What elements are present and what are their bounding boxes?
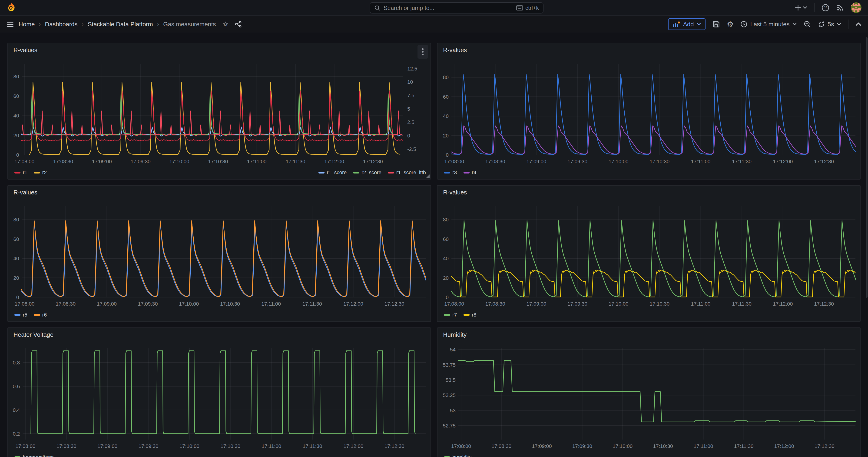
save-icon — [712, 21, 720, 28]
panel-title[interactable]: R-values — [443, 47, 467, 54]
legend-item-r2[interactable]: r2 — [34, 170, 47, 176]
panel-r-values-1: R-values02040608017:08:0017:08:3017:09:0… — [437, 43, 861, 180]
legend-item-r1_score[interactable]: r1_score — [318, 170, 347, 176]
y-axis-tick-label: 53.75 — [443, 362, 456, 368]
zoom-out-button[interactable] — [804, 21, 811, 28]
y-axis-tick-label: 52.75 — [443, 423, 456, 429]
nav-divider — [814, 3, 814, 12]
legend-item-r8[interactable]: r8 — [464, 312, 476, 318]
kebab-icon — [422, 48, 424, 56]
add-label: Add — [683, 21, 694, 28]
panel-title[interactable]: R-values — [13, 47, 37, 54]
chart-area[interactable]: 02040608017:08:0017:08:3017:09:0017:09:3… — [440, 200, 857, 309]
toolbar-right-actions: Add ⚙ Last 5 minutes — [668, 19, 862, 30]
collapse-toolbar-button[interactable] — [856, 22, 862, 26]
y-axis-tick-label: 20 — [443, 133, 448, 139]
legend-group: r3r4 — [444, 170, 476, 176]
x-axis-tick-label: 17:08:30 — [53, 159, 73, 164]
chart-svg: 0.20.40.60.817:08:0017:08:3017:09:0017:0… — [11, 342, 429, 452]
user-avatar[interactable] — [851, 2, 862, 13]
series-line-r2 — [30, 82, 400, 154]
dashboard-settings-button[interactable]: ⚙ — [727, 21, 734, 28]
y-axis-tick-label: 0.4 — [13, 407, 20, 413]
y-axis-tick-label: 0.8 — [13, 360, 20, 366]
legend-item-r4[interactable]: r4 — [464, 170, 476, 176]
x-axis-tick-label: 17:11:00 — [691, 301, 710, 307]
keyboard-icon — [516, 5, 523, 11]
panel-legend: r3r4 — [444, 168, 856, 177]
panel-title[interactable]: R-values — [13, 189, 37, 196]
top-nav: Search or jump to... ctrl+k — [0, 0, 868, 16]
legend-item-r1_score_lttb[interactable]: r1_score_lttb — [388, 170, 426, 176]
panel-title[interactable]: Humidity — [443, 331, 467, 338]
refresh-picker[interactable]: 5s — [818, 21, 841, 28]
panel-legend: r5r6 — [14, 310, 426, 319]
x-axis-tick-label: 17:08:00 — [451, 443, 471, 449]
add-panel-button[interactable]: Add — [668, 19, 705, 30]
legend-color-pill — [444, 172, 450, 174]
panel-resize-handle[interactable] — [426, 175, 430, 178]
legend-group: humidity — [444, 454, 471, 457]
grafana-flame — [6, 2, 17, 13]
star-icon: ☆ — [222, 21, 229, 28]
x-axis-tick-label: 17:10:00 — [179, 301, 199, 307]
breadcrumb-dashboards[interactable]: Dashboards — [45, 21, 78, 28]
x-axis-tick-label: 17:10:00 — [609, 159, 628, 164]
legend-item-r6[interactable]: r6 — [34, 312, 47, 318]
legend-item-r7[interactable]: r7 — [444, 312, 457, 318]
avatar-image — [851, 2, 862, 13]
y-axis-right-tick-label: 12.5 — [407, 66, 417, 72]
legend-item-heatervoltage[interactable]: heatervoltage — [14, 454, 54, 457]
panel-menu-button[interactable] — [417, 45, 428, 59]
gear-icon: ⚙ — [727, 21, 734, 28]
scrollbar-thumb[interactable] — [866, 37, 868, 298]
dashboard-grid: R-values020406080-2.502.557.51012.517:08… — [0, 33, 868, 457]
series-line-r4 — [450, 126, 857, 154]
chart-area[interactable]: 0.20.40.60.817:08:0017:08:3017:09:0017:0… — [11, 342, 428, 452]
legend-item-r5[interactable]: r5 — [14, 312, 27, 318]
dashboard-toolbar: Home › Dashboards › Stackable Data Platf… — [0, 16, 868, 33]
search-box[interactable]: Search or jump to... ctrl+k — [370, 2, 544, 13]
y-axis-tick-label: 0 — [446, 152, 448, 158]
breadcrumb-folder[interactable]: Stackable Data Platform — [88, 21, 153, 28]
legend-item-r1[interactable]: r1 — [14, 170, 27, 176]
x-axis-tick-label: 17:12:30 — [363, 159, 383, 164]
legend-item-r2_score[interactable]: r2_score — [353, 170, 381, 176]
share-button[interactable] — [235, 21, 242, 28]
x-axis-tick-label: 17:10:00 — [613, 443, 633, 449]
x-axis-tick-label: 17:09:00 — [97, 443, 117, 449]
panel-title[interactable]: R-values — [443, 189, 467, 196]
chart-svg: 02040608017:08:0017:08:3017:09:0017:09:3… — [440, 200, 858, 309]
breadcrumb-home[interactable]: Home — [19, 21, 35, 28]
panel-title[interactable]: Heater Voltage — [13, 331, 54, 338]
time-range-picker[interactable]: Last 5 minutes — [740, 21, 797, 28]
x-axis-tick-label: 17:10:00 — [169, 159, 189, 164]
x-axis-tick-label: 17:12:00 — [773, 301, 793, 307]
legend-item-r3[interactable]: r3 — [444, 170, 457, 176]
series-line-heatervoltage — [31, 351, 415, 433]
x-axis-tick-label: 17:08:30 — [491, 443, 512, 449]
chart-area[interactable]: 02040608017:08:0017:08:3017:09:0017:09:3… — [440, 57, 857, 167]
series-group — [31, 351, 415, 433]
favorite-button[interactable]: ☆ — [222, 21, 229, 28]
save-dashboard-button[interactable] — [712, 21, 720, 28]
help-icon: ? — [822, 4, 829, 12]
toolbar-divider — [848, 20, 848, 29]
y-axis-tick-label: 0.6 — [13, 384, 20, 389]
help-button[interactable]: ? — [822, 4, 829, 12]
x-axis-tick-label: 17:09:30 — [138, 301, 158, 307]
x-axis-tick-label: 17:12:30 — [814, 301, 834, 307]
x-axis-tick-label: 17:08:30 — [485, 159, 505, 164]
mega-menu-button[interactable] — [6, 21, 14, 27]
chart-area[interactable]: 52.755353.2553.553.755417:08:0017:08:301… — [440, 342, 857, 452]
add-panel-icon — [673, 21, 680, 28]
chart-area[interactable]: 020406080-2.502.557.51012.517:08:0017:08… — [11, 57, 428, 167]
news-button[interactable] — [836, 4, 844, 11]
chart-area[interactable]: 02040608017:08:0017:08:3017:09:0017:09:3… — [11, 200, 428, 309]
y-axis-tick-label: 20 — [443, 275, 448, 281]
new-button[interactable] — [795, 4, 807, 11]
grafana-logo-icon[interactable] — [6, 2, 17, 13]
x-axis-tick-label: 17:11:30 — [734, 443, 753, 449]
legend-item-humidity[interactable]: humidity — [444, 454, 471, 457]
y-axis-tick-label: 20 — [13, 132, 19, 139]
